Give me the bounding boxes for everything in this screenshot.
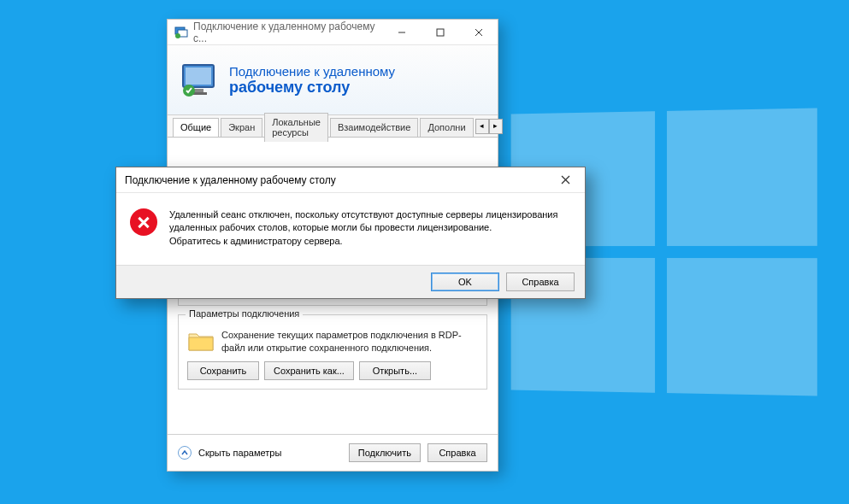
dialog-title: Подключение к удаленному рабочему столу bbox=[125, 174, 336, 186]
error-icon bbox=[130, 208, 157, 236]
banner: Подключение к удаленному рабочему столу bbox=[168, 45, 498, 115]
tab-scroll-right[interactable]: ▸ bbox=[489, 119, 503, 134]
banner-text: Подключение к удаленному рабочему столу bbox=[229, 64, 395, 97]
hide-options-link[interactable]: Скрыть параметры bbox=[198, 448, 281, 458]
maximize-button[interactable] bbox=[421, 20, 459, 45]
svg-rect-4 bbox=[437, 29, 444, 36]
titlebar: Подключение к удаленному рабочему с... bbox=[168, 20, 498, 45]
dialog-close-button[interactable] bbox=[546, 167, 585, 193]
params-text: Сохранение текущих параметров подключени… bbox=[221, 329, 478, 355]
svg-rect-8 bbox=[186, 67, 211, 85]
tab-local-resources[interactable]: Локальные ресурсы bbox=[264, 113, 328, 142]
folder-icon bbox=[187, 329, 215, 353]
open-button[interactable]: Открыть... bbox=[359, 361, 431, 380]
collapse-icon[interactable] bbox=[178, 446, 192, 460]
error-dialog: Подключение к удаленному рабочему столу … bbox=[115, 167, 586, 299]
tab-advanced[interactable]: Дополни bbox=[420, 118, 473, 137]
dialog-help-button[interactable]: Справка bbox=[506, 273, 575, 291]
connection-params-group: Параметры подключения Сохранение текущих… bbox=[178, 314, 487, 390]
dialog-footer: OK Справка bbox=[116, 265, 585, 298]
help-button[interactable]: Справка bbox=[427, 443, 487, 462]
banner-line2: рабочему столу bbox=[229, 79, 395, 97]
window-footer: Скрыть параметры Подключить Справка bbox=[168, 434, 498, 471]
tab-display[interactable]: Экран bbox=[221, 118, 262, 137]
close-button[interactable] bbox=[459, 20, 498, 45]
save-button[interactable]: Сохранить bbox=[187, 361, 259, 380]
tab-scroll-left[interactable]: ◂ bbox=[475, 119, 489, 134]
svg-point-2 bbox=[175, 33, 180, 38]
dialog-message: Удаленный сеанс отключен, поскольку отсу… bbox=[169, 208, 571, 248]
group-legend: Параметры подключения bbox=[186, 308, 303, 319]
minimize-button[interactable] bbox=[382, 20, 421, 45]
window-title: Подключение к удаленному рабочему с... bbox=[193, 21, 382, 44]
rdp-app-icon bbox=[174, 26, 188, 39]
save-as-button[interactable]: Сохранить как... bbox=[264, 361, 354, 380]
dialog-ok-button[interactable]: OK bbox=[431, 273, 499, 291]
connect-button[interactable]: Подключить bbox=[349, 443, 421, 462]
tab-experience[interactable]: Взаимодействие bbox=[330, 118, 418, 137]
tab-general[interactable]: Общие bbox=[173, 118, 219, 137]
dialog-titlebar: Подключение к удаленному рабочему столу bbox=[116, 167, 585, 193]
banner-line1: Подключение к удаленному bbox=[229, 64, 395, 79]
dialog-body: Удаленный сеанс отключен, поскольку отсу… bbox=[116, 193, 585, 265]
tab-strip: Общие Экран Локальные ресурсы Взаимодейс… bbox=[168, 115, 498, 138]
monitor-icon bbox=[180, 60, 221, 101]
